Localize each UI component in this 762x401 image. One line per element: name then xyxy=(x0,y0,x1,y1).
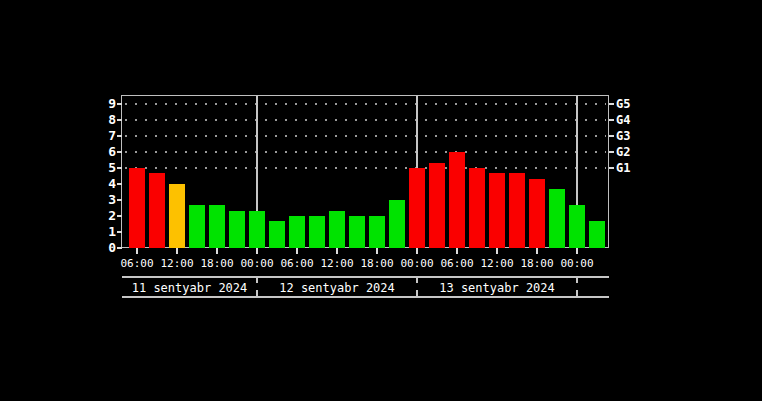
date-label: 11 sentyabr 2024 xyxy=(122,282,257,294)
y-axis-left-tick xyxy=(117,231,122,233)
kp-bar xyxy=(149,173,165,248)
y-axis-label: 4 xyxy=(100,177,116,190)
kp-bar xyxy=(349,216,365,248)
grid-dotted-line xyxy=(125,151,606,153)
y-axis-label: 3 xyxy=(100,193,116,206)
y-axis-label: 5 xyxy=(100,161,116,174)
kp-bar xyxy=(249,211,265,248)
kp-bar xyxy=(169,184,185,248)
kp-bar xyxy=(229,211,245,248)
y-axis-right-tick xyxy=(609,151,614,153)
kp-bar xyxy=(269,221,285,248)
date-axis-bottom-line xyxy=(122,296,609,298)
g-scale-label: G4 xyxy=(616,114,630,126)
x-axis-time-label: 12:00 xyxy=(317,258,357,269)
y-axis-left-tick xyxy=(117,199,122,201)
x-axis-time-label: 18:00 xyxy=(517,258,557,269)
y-axis-right-tick xyxy=(609,135,614,137)
kp-bar xyxy=(509,173,525,248)
y-axis-left-tick xyxy=(117,119,122,121)
x-axis-time-label: 12:00 xyxy=(157,258,197,269)
x-axis-time-label: 00:00 xyxy=(237,258,277,269)
y-axis-left-tick xyxy=(117,247,122,249)
g-scale-label: G5 xyxy=(616,98,630,110)
y-axis-label: 2 xyxy=(100,209,116,222)
kp-bar xyxy=(449,152,465,248)
y-axis-label: 6 xyxy=(100,145,116,158)
y-axis-label: 8 xyxy=(100,113,116,126)
y-axis-left-tick xyxy=(117,151,122,153)
date-axis-top-line xyxy=(122,276,609,278)
x-axis-tick xyxy=(256,248,258,254)
kp-bar xyxy=(389,200,405,248)
kp-bar xyxy=(329,211,345,248)
kp-bar xyxy=(289,216,305,248)
x-axis-tick xyxy=(176,248,178,254)
y-axis-label: 0 xyxy=(100,241,116,254)
g-scale-label: G1 xyxy=(616,162,630,174)
kp-bar xyxy=(429,163,445,248)
y-axis-left-tick xyxy=(117,215,122,217)
kp-bar xyxy=(549,189,565,248)
y-axis-right-tick xyxy=(609,103,614,105)
x-axis-tick xyxy=(336,248,338,254)
x-axis-time-label: 06:00 xyxy=(117,258,157,269)
x-axis-tick xyxy=(416,248,418,254)
y-axis-left-tick xyxy=(117,135,122,137)
grid-dotted-line xyxy=(125,119,606,121)
kp-bar xyxy=(469,168,485,248)
x-axis-time-label: 00:00 xyxy=(557,258,597,269)
grid-dotted-line xyxy=(125,167,606,169)
grid-dotted-line xyxy=(125,135,606,137)
y-axis-left-tick xyxy=(117,167,122,169)
x-axis-tick xyxy=(376,248,378,254)
date-label: 13 sentyabr 2024 xyxy=(417,282,577,294)
y-axis-label: 1 xyxy=(100,225,116,238)
x-axis-tick xyxy=(136,248,138,254)
kp-bar xyxy=(209,205,225,248)
x-axis-tick xyxy=(216,248,218,254)
x-axis-time-label: 12:00 xyxy=(477,258,517,269)
x-axis-tick xyxy=(456,248,458,254)
x-axis-time-label: 18:00 xyxy=(357,258,397,269)
y-axis-left-tick xyxy=(117,183,122,185)
y-axis-right-tick xyxy=(609,119,614,121)
y-axis-left-tick xyxy=(117,103,122,105)
kp-bar xyxy=(369,216,385,248)
kp-bar xyxy=(489,173,505,248)
kp-index-chart: G1G2G3G4G5012345678906:0012:0018:0000:00… xyxy=(0,0,762,401)
x-axis-time-label: 18:00 xyxy=(197,258,237,269)
x-axis-tick xyxy=(576,248,578,254)
kp-bar xyxy=(409,168,425,248)
kp-bar xyxy=(309,216,325,248)
g-scale-label: G2 xyxy=(616,146,630,158)
g-scale-label: G3 xyxy=(616,130,630,142)
kp-bar xyxy=(569,205,585,248)
y-axis-right-tick xyxy=(609,167,614,169)
x-axis-tick xyxy=(536,248,538,254)
date-label: 12 sentyabr 2024 xyxy=(257,282,417,294)
x-axis-tick xyxy=(296,248,298,254)
x-axis-time-label: 06:00 xyxy=(277,258,317,269)
x-axis-time-label: 06:00 xyxy=(437,258,477,269)
kp-bar xyxy=(589,221,605,248)
x-axis-time-label: 00:00 xyxy=(397,258,437,269)
y-axis-label: 7 xyxy=(100,129,116,142)
kp-bar xyxy=(189,205,205,248)
grid-dotted-line xyxy=(125,103,606,105)
kp-bar xyxy=(129,168,145,248)
kp-bar xyxy=(529,179,545,248)
y-axis-label: 9 xyxy=(100,97,116,110)
x-axis-tick xyxy=(496,248,498,254)
